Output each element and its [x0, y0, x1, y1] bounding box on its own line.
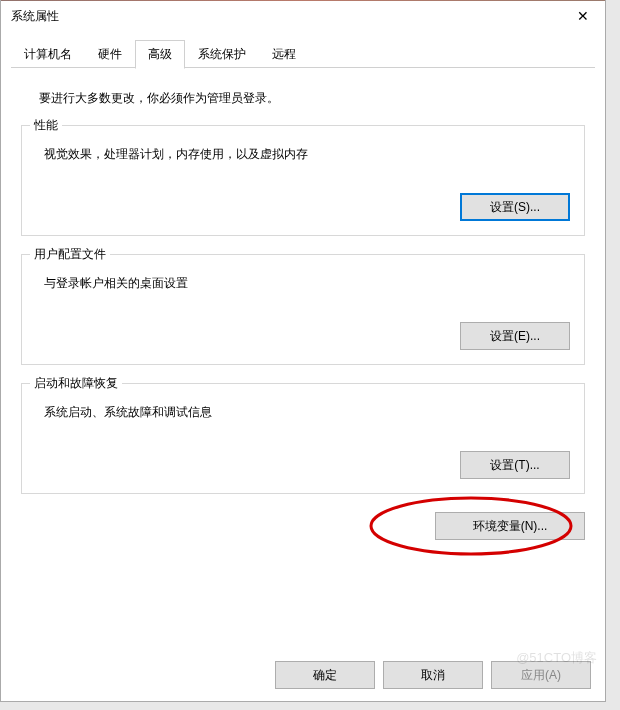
- admin-intro-text: 要进行大多数更改，你必须作为管理员登录。: [39, 90, 585, 107]
- user-profiles-group: 用户配置文件 与登录帐户相关的桌面设置 设置(E)...: [21, 254, 585, 365]
- apply-button[interactable]: 应用(A): [491, 661, 591, 689]
- cancel-button[interactable]: 取消: [383, 661, 483, 689]
- system-properties-window: 系统属性 ✕ 计算机名 硬件 高级 系统保护 远程 要进行大多数更改，你必须作为…: [0, 0, 606, 702]
- startup-recovery-desc: 系统启动、系统故障和调试信息: [44, 404, 570, 421]
- tab-row: 计算机名 硬件 高级 系统保护 远程: [1, 31, 605, 68]
- env-vars-row: 环境变量(N)...: [21, 512, 585, 540]
- performance-desc: 视觉效果，处理器计划，内存使用，以及虚拟内存: [44, 146, 570, 163]
- close-button[interactable]: ✕: [563, 2, 603, 30]
- close-icon: ✕: [577, 8, 589, 24]
- tab-advanced[interactable]: 高级: [135, 40, 185, 69]
- performance-settings-button[interactable]: 设置(S)...: [460, 193, 570, 221]
- user-profiles-title: 用户配置文件: [30, 246, 110, 263]
- browser-edge-hint: [1, 0, 605, 1]
- performance-title: 性能: [30, 117, 62, 134]
- advanced-panel: 要进行大多数更改，你必须作为管理员登录。 性能 视觉效果，处理器计划，内存使用，…: [1, 68, 605, 550]
- user-profiles-settings-button[interactable]: 设置(E)...: [460, 322, 570, 350]
- startup-recovery-group: 启动和故障恢复 系统启动、系统故障和调试信息 设置(T)...: [21, 383, 585, 494]
- tab-computer-name[interactable]: 计算机名: [11, 40, 85, 69]
- environment-variables-button[interactable]: 环境变量(N)...: [435, 512, 585, 540]
- tab-hardware[interactable]: 硬件: [85, 40, 135, 69]
- startup-recovery-title: 启动和故障恢复: [30, 375, 122, 392]
- tab-underline: [11, 67, 595, 68]
- dialog-button-row: 确定 取消 应用(A): [275, 661, 591, 689]
- window-title: 系统属性: [11, 8, 59, 25]
- tab-remote[interactable]: 远程: [259, 40, 309, 69]
- startup-recovery-settings-button[interactable]: 设置(T)...: [460, 451, 570, 479]
- titlebar: 系统属性 ✕: [1, 1, 605, 31]
- user-profiles-desc: 与登录帐户相关的桌面设置: [44, 275, 570, 292]
- tab-system-protection[interactable]: 系统保护: [185, 40, 259, 69]
- ok-button[interactable]: 确定: [275, 661, 375, 689]
- performance-group: 性能 视觉效果，处理器计划，内存使用，以及虚拟内存 设置(S)...: [21, 125, 585, 236]
